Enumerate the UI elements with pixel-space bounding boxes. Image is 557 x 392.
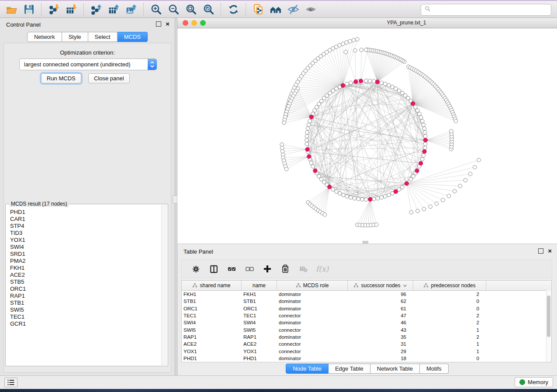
tab-select[interactable]: Select xyxy=(88,32,118,42)
cell-predecessor-nodes[interactable]: 2 xyxy=(413,320,486,325)
cell-name[interactable]: RAP1 xyxy=(242,334,277,340)
table-scrollbar-thumb[interactable] xyxy=(547,296,550,337)
close-window-icon[interactable] xyxy=(183,20,188,26)
graph-node[interactable] xyxy=(414,105,418,109)
graph-node[interactable] xyxy=(415,109,419,113)
graph-leaf-node[interactable] xyxy=(435,202,439,206)
cell-successor-nodes[interactable]: 35 xyxy=(348,334,413,340)
graph-node[interactable] xyxy=(422,127,426,131)
graph-node[interactable] xyxy=(306,127,310,131)
mcds-result-item[interactable]: SWI5 xyxy=(10,306,26,313)
task-history-button[interactable] xyxy=(4,378,17,387)
result-scrollbar[interactable] xyxy=(161,205,167,365)
network-window-titlebar[interactable]: YPA_prune.txt_1 xyxy=(177,18,557,28)
graph-node[interactable] xyxy=(305,134,309,138)
close-table-panel-icon[interactable]: × xyxy=(548,249,552,253)
cell-name[interactable]: ORC1 xyxy=(242,306,277,311)
table-row-TEC1[interactable]: TEC1TEC1connector472 xyxy=(182,312,551,319)
memory-button[interactable]: Memory xyxy=(515,377,553,387)
graph-node[interactable] xyxy=(313,109,317,113)
cell-name[interactable]: ACE2 xyxy=(242,341,277,347)
table-row-PHD1[interactable]: PHD1PHD1dominator180 xyxy=(182,355,551,362)
graph-hub-node[interactable] xyxy=(341,83,345,87)
mcds-result-item[interactable]: FKH1 xyxy=(10,265,26,272)
graph-node[interactable] xyxy=(338,192,342,196)
mcds-result-item[interactable]: SWI4 xyxy=(10,244,26,251)
graph-node[interactable] xyxy=(305,142,309,146)
first-neighbors-button[interactable] xyxy=(267,2,284,16)
graph-leaf-node[interactable] xyxy=(280,149,284,153)
table-row-ORC1[interactable]: ORC1ORC1dominator610 xyxy=(182,305,551,312)
mcds-result-item[interactable]: ORC1 xyxy=(10,285,26,292)
cell-successor-nodes[interactable]: 47 xyxy=(348,313,413,318)
graph-node[interactable] xyxy=(397,89,401,93)
graph-leaf-node[interactable] xyxy=(453,189,457,193)
graph-leaf-node[interactable] xyxy=(323,213,327,217)
graph-hub-node[interactable] xyxy=(419,162,423,165)
cell-MCDS-role[interactable]: connector xyxy=(277,313,348,318)
graph-node[interactable] xyxy=(345,194,349,198)
graph-leaf-node[interactable] xyxy=(429,205,432,209)
cell-name[interactable]: FKH1 xyxy=(242,292,277,297)
table-row-SWI4[interactable]: SWI4SWI4dominator462 xyxy=(182,319,551,326)
cell-predecessor-nodes[interactable]: 2 xyxy=(413,292,486,297)
graph-node[interactable] xyxy=(420,119,424,123)
cell-successor-nodes[interactable]: 62 xyxy=(348,299,413,304)
cell-predecessor-nodes[interactable]: 0 xyxy=(413,356,486,361)
tab-style[interactable]: Style xyxy=(62,32,88,42)
mcds-result-item[interactable]: PHD1 xyxy=(10,209,26,216)
table-scrollbar[interactable] xyxy=(546,290,551,362)
graph-node[interactable] xyxy=(307,123,311,127)
tab-network[interactable]: Network xyxy=(27,32,62,42)
column-header-predecessor-nodes[interactable]: predecessor nodes xyxy=(413,281,486,290)
tab-edge-table[interactable]: Edge Table xyxy=(329,364,370,374)
cell-shared-name[interactable]: RAP1 xyxy=(182,334,242,340)
cell-MCDS-role[interactable]: dominator xyxy=(277,292,348,297)
graph-node[interactable] xyxy=(372,79,376,83)
graph-leaf-node[interactable] xyxy=(355,38,359,41)
cell-name[interactable]: TEC1 xyxy=(242,313,277,318)
cell-predecessor-nodes[interactable]: 1 xyxy=(413,341,486,347)
table-row-SWI5[interactable]: SWI5SWI5connector431 xyxy=(182,326,551,333)
cell-successor-nodes[interactable]: 46 xyxy=(348,320,413,325)
mcds-result-item[interactable]: STB1 xyxy=(10,299,26,306)
tab-mcds[interactable]: MCDS xyxy=(118,32,148,42)
graph-leaf-node[interactable] xyxy=(284,167,288,171)
graph-node[interactable] xyxy=(376,196,380,200)
tab-node-table[interactable]: Node Table xyxy=(286,364,329,374)
graph-leaf-node[interactable] xyxy=(280,146,284,150)
graph-node[interactable] xyxy=(423,131,427,134)
show-columns-button[interactable] xyxy=(208,264,219,274)
graph-node[interactable] xyxy=(368,79,372,83)
cell-predecessor-nodes[interactable]: 0 xyxy=(413,299,486,304)
graph-node[interactable] xyxy=(394,87,398,91)
graph-hub-node[interactable] xyxy=(422,149,426,153)
save-session-button[interactable] xyxy=(20,2,38,16)
graph-node[interactable] xyxy=(387,193,391,197)
graph-hub-node[interactable] xyxy=(415,168,419,172)
graph-hub-node[interactable] xyxy=(307,155,311,158)
graph-leaf-node[interactable] xyxy=(409,210,413,214)
graph-hub-node[interactable] xyxy=(405,182,408,186)
close-panel-button[interactable]: Close panel xyxy=(88,73,130,83)
graph-hub-node[interactable] xyxy=(394,189,398,193)
mcds-result-item[interactable]: STB5 xyxy=(10,279,26,285)
run-mcds-button[interactable]: Run MCDS xyxy=(41,73,81,83)
graph-node[interactable] xyxy=(423,142,427,146)
graph-leaf-node[interactable] xyxy=(422,207,426,211)
export-network-button[interactable] xyxy=(87,2,105,16)
graph-leaf-node[interactable] xyxy=(364,48,368,52)
graph-hub-node[interactable] xyxy=(368,197,372,201)
graph-node[interactable] xyxy=(391,85,394,89)
graph-node[interactable] xyxy=(380,81,384,85)
graph-leaf-node[interactable] xyxy=(282,121,286,125)
graph-hub-node[interactable] xyxy=(354,79,358,83)
graph-node[interactable] xyxy=(345,82,349,86)
graph-node[interactable] xyxy=(311,165,315,168)
graph-node[interactable] xyxy=(419,116,423,120)
network-from-selection-button[interactable] xyxy=(249,2,267,16)
graph-node[interactable] xyxy=(423,146,427,150)
graph-leaf-node[interactable] xyxy=(345,41,349,45)
graph-node[interactable] xyxy=(308,119,312,123)
graph-leaf-node[interactable] xyxy=(458,184,462,188)
